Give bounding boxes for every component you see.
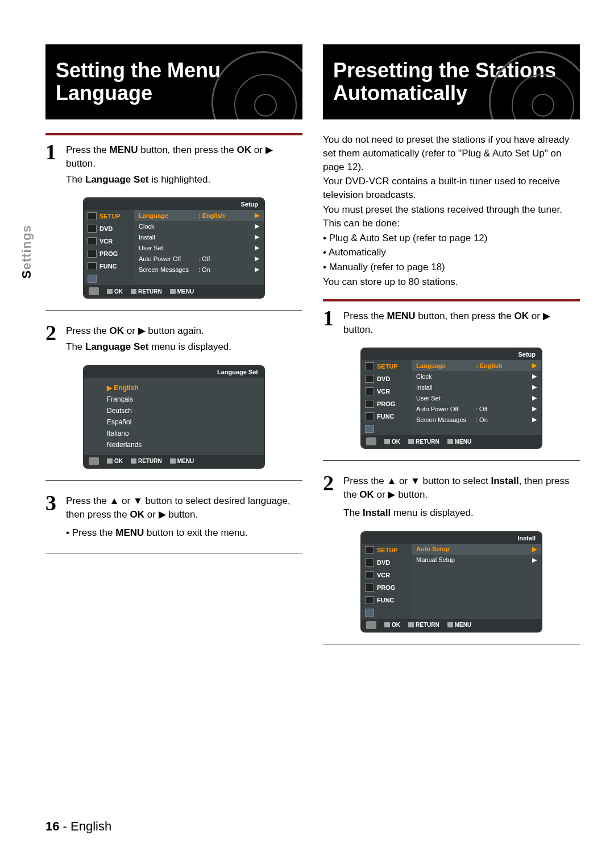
osd-side-item: PROG (84, 247, 134, 260)
osd-side-item: VCR (362, 569, 412, 581)
osd-row: Install▶ (134, 232, 264, 242)
osd-main: Auto Setup▶Manual Setup▶ (412, 544, 541, 619)
osd-setup-1: Setup SETUPDVDVCRPROGFUNC Language: Engl… (83, 197, 265, 299)
divider-red (323, 299, 580, 301)
osd-side-item: VCR (84, 235, 134, 247)
osd-row: Clock▶ (134, 221, 264, 232)
osd-sidebar: SETUPDVDVCRPROGFUNC (362, 360, 412, 435)
nav-icon (89, 457, 99, 465)
side-tab-settings: Settings (19, 225, 34, 279)
osd-language-item: Français (84, 394, 264, 405)
divider (45, 480, 302, 481)
divider (323, 644, 580, 644)
left-step-3: 3 Press the ▲ or ▼ button to select desi… (45, 492, 302, 542)
osd-language-item: Deutsch (84, 405, 264, 416)
osd-main: Language: English▶Clock▶Install▶User Set… (412, 360, 541, 435)
left-step-1: 1 Press the MENU button, then press the … (45, 141, 302, 188)
left-column: Setting the Menu Language 1 Press the ME… (45, 44, 302, 656)
osd-row: Clock▶ (412, 371, 541, 382)
divider (323, 460, 580, 461)
intro-line: You can store up to 80 stations. (323, 275, 580, 289)
intro-line: • Manually (refer to page 18) (323, 261, 580, 274)
osd-footer: OK RETURN MENU (362, 435, 541, 448)
osd-sidebar: SETUPDVDVCRPROGFUNC (362, 544, 412, 619)
osd-setup-2: Setup SETUPDVDVCRPROGFUNC Language: Engl… (360, 348, 542, 449)
intro-line: You must preset the stations received th… (323, 203, 580, 230)
section-banner-left: Setting the Menu Language (45, 44, 302, 119)
osd-row: Auto Power Off: Off▶ (412, 403, 541, 414)
right-column: Presetting the Stations Automatically Yo… (323, 44, 580, 656)
osd-side-item: SETUP (362, 544, 412, 556)
divider-red (45, 133, 302, 135)
osd-side-item: FUNC (84, 260, 134, 272)
osd-side-item: FUNC (362, 410, 412, 423)
nav-icon (366, 437, 376, 445)
osd-side-item: VCR (362, 385, 412, 398)
intro-line: • Automatically (323, 246, 580, 259)
osd-row: User Set▶ (412, 392, 541, 403)
osd-row: Language: English▶ (412, 360, 541, 371)
left-step-2: 2 Press the OK or ▶ button again. The La… (45, 322, 302, 356)
osd-row: Screen Messages: On▶ (412, 414, 541, 425)
osd-side-item: DVD (84, 222, 134, 235)
divider (45, 553, 302, 553)
osd-language-item: Nederlands (84, 439, 264, 450)
osd-title: Language Set (217, 369, 258, 375)
osd-language-item: Español (84, 416, 264, 428)
osd-side-item: SETUP (362, 360, 412, 373)
osd-side-item: SETUP (84, 210, 134, 222)
osd-footer: OK RETURN MENU (84, 285, 264, 297)
osd-row: Screen Messages: On▶ (134, 264, 264, 275)
osd-row: User Set▶ (134, 242, 264, 253)
osd-row: Language: English▶ (134, 210, 264, 221)
osd-title: Install (517, 535, 536, 542)
osd-sidebar: SETUPDVDVCRPROGFUNC (84, 210, 134, 285)
osd-side-item: FUNC (362, 594, 412, 606)
right-step-1: 1 Press the MENU button, then press the … (323, 307, 580, 339)
osd-side-item: PROG (362, 581, 412, 594)
osd-language-item: ▶ English (84, 382, 264, 394)
osd-row: Auto Power Off: Off▶ (134, 253, 264, 264)
right-step-2: 2 Press the ▲ or ▼ button to select Inst… (323, 472, 580, 522)
osd-row: Auto Setup▶ (412, 544, 541, 555)
intro-text: You do not need to preset the stations i… (323, 133, 580, 289)
osd-install: Install SETUPDVDVCRPROGFUNC Auto Setup▶M… (360, 531, 542, 633)
section-banner-right: Presetting the Stations Automatically (323, 44, 580, 119)
osd-title: Setup (240, 201, 258, 208)
osd-title: Setup (518, 351, 536, 358)
osd-row: Manual Setup▶ (412, 555, 541, 565)
intro-line: You do not need to preset the stations i… (323, 133, 580, 173)
osd-language-set: Language Set ▶ EnglishFrançaisDeutschEsp… (83, 365, 265, 469)
osd-side-item: PROG (362, 398, 412, 410)
nav-icon (366, 621, 376, 629)
osd-side-item: DVD (362, 556, 412, 569)
osd-footer: OK RETURN MENU (84, 455, 264, 468)
intro-line: Your DVD-VCR contains a built-in tuner u… (323, 175, 580, 202)
osd-side-item: DVD (362, 373, 412, 385)
osd-language-item: Italiano (84, 428, 264, 439)
osd-row: Install▶ (412, 382, 541, 392)
nav-icon (89, 287, 99, 295)
intro-line: • Plug & Auto Set up (refer to page 12) (323, 232, 580, 245)
osd-main: Language: English▶Clock▶Install▶User Set… (134, 210, 264, 285)
divider (45, 310, 302, 311)
osd-footer: OK RETURN MENU (362, 619, 541, 631)
page-footer: 16 - English (45, 819, 111, 834)
